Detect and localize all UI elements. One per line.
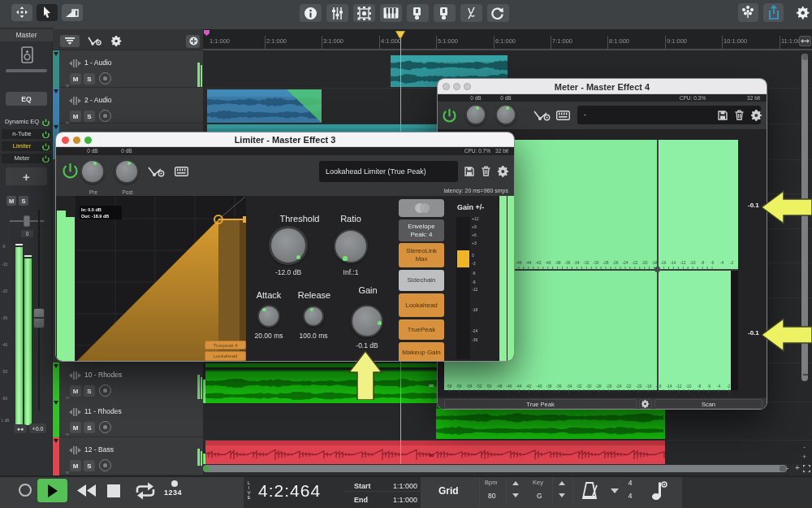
svg-text:-26: -26 [606, 384, 611, 389]
svg-text:-8: -8 [698, 384, 702, 389]
svg-text:-46: -46 [516, 260, 521, 265]
svg-text:-58: -58 [446, 384, 451, 389]
svg-text:-34: -34 [566, 384, 572, 389]
svg-text:-2: -2 [730, 260, 734, 265]
svg-text:-12: -12 [680, 260, 685, 265]
svg-text:-30: -30 [585, 384, 591, 389]
svg-text:-32: -32 [583, 260, 589, 265]
svg-text:-22: -22 [632, 260, 637, 265]
svg-text:-16: -16 [660, 260, 666, 265]
svg-text:-38: -38 [555, 260, 560, 265]
svg-text:-42: -42 [525, 384, 531, 389]
svg-text:-38: -38 [546, 384, 551, 389]
svg-text:-2: -2 [727, 384, 731, 389]
svg-text:-40: -40 [545, 260, 551, 265]
svg-text:-40: -40 [536, 384, 542, 389]
svg-text:-18: -18 [646, 384, 651, 389]
svg-text:-34: -34 [573, 260, 579, 265]
svg-text:-36: -36 [564, 260, 570, 265]
svg-text:-20: -20 [636, 384, 641, 389]
svg-text:-46: -46 [506, 384, 512, 389]
svg-text:-6: -6 [710, 260, 715, 265]
svg-text:-28: -28 [595, 384, 601, 389]
svg-text:-28: -28 [603, 260, 608, 265]
svg-text:-14: -14 [666, 384, 672, 389]
svg-text:-4: -4 [720, 260, 724, 265]
svg-text:-4: -4 [717, 384, 721, 389]
svg-text:-30: -30 [593, 260, 598, 265]
svg-text:-32: -32 [576, 384, 581, 389]
svg-text:-6: -6 [707, 384, 711, 389]
svg-text:-54: -54 [466, 384, 472, 389]
svg-text:-50: -50 [486, 384, 491, 389]
svg-text:-10: -10 [685, 384, 691, 389]
svg-text:-24: -24 [622, 260, 628, 265]
svg-text:-12: -12 [676, 384, 681, 389]
svg-text:-56: -56 [456, 384, 461, 389]
svg-text:-14: -14 [670, 260, 676, 265]
svg-text:-44: -44 [525, 260, 531, 265]
svg-text:-22: -22 [625, 384, 631, 389]
svg-text:-36: -36 [555, 384, 561, 389]
svg-text:-48: -48 [496, 384, 502, 389]
svg-text:-52: -52 [476, 384, 482, 389]
svg-text:-10: -10 [689, 260, 695, 265]
svg-text:-20: -20 [641, 260, 647, 265]
svg-text:-26: -26 [612, 260, 618, 265]
svg-text:-44: -44 [516, 384, 521, 389]
svg-text:-42: -42 [535, 260, 541, 265]
svg-text:-8: -8 [701, 260, 705, 265]
svg-text:-24: -24 [615, 384, 621, 389]
